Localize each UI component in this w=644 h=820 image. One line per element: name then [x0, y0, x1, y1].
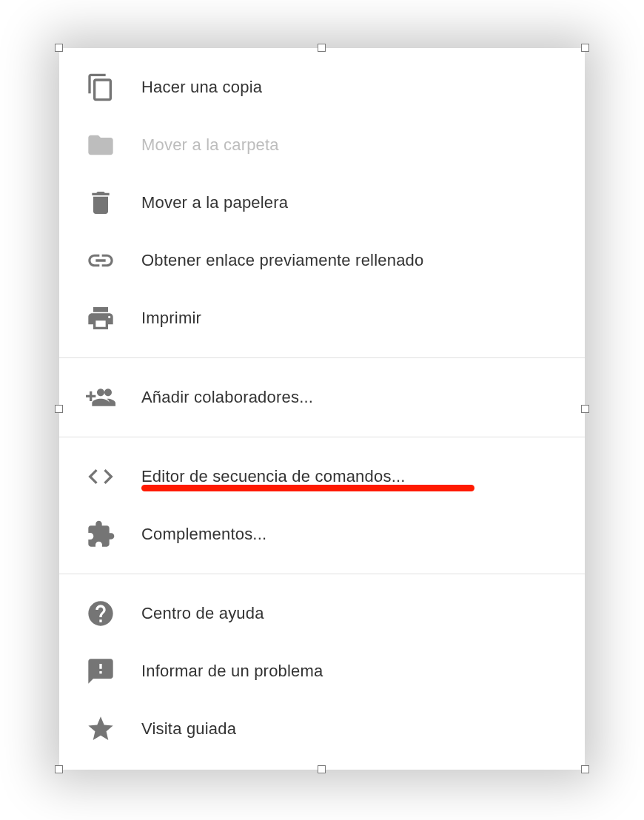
highlight-underline — [141, 485, 474, 491]
menu-label: Visita guiada — [141, 721, 236, 737]
menu-item-move-to-trash[interactable]: Mover a la papelera — [59, 174, 585, 232]
puzzle-icon — [86, 520, 115, 549]
copy-icon — [86, 73, 115, 102]
menu-label: Obtener enlace previamente rellenado — [141, 252, 423, 269]
selection-handle[interactable] — [55, 765, 63, 773]
star-icon — [86, 714, 115, 744]
menu-item-report-problem[interactable]: Informar de un problema — [59, 642, 585, 700]
menu-group-help: Centro de ayuda Informar de un problema … — [59, 574, 585, 768]
menu-item-prefilled-link[interactable]: Obtener enlace previamente rellenado — [59, 232, 585, 289]
code-icon — [86, 462, 115, 491]
selection-handle[interactable] — [581, 765, 589, 773]
stage: Hacer una copia Mover a la carpeta Mover… — [0, 0, 644, 820]
selection-handle[interactable] — [581, 44, 589, 52]
menu-item-move-to-folder: Mover a la carpeta — [59, 116, 585, 174]
menu-label: Informar de un problema — [141, 663, 323, 679]
menu-label: Mover a la carpeta — [141, 137, 279, 153]
menu-label: Mover a la papelera — [141, 195, 288, 211]
menu-group-share: Añadir colaboradores... — [59, 357, 585, 437]
menu-group-file: Hacer una copia Mover a la carpeta Mover… — [59, 48, 585, 357]
menu-label: Centro de ayuda — [141, 605, 264, 622]
folder-icon — [86, 130, 115, 160]
menu-item-addons[interactable]: Complementos... — [59, 505, 585, 563]
menu-label: Editor de secuencia de comandos... — [141, 468, 406, 485]
help-icon — [86, 599, 115, 628]
menu-label: Complementos... — [141, 526, 266, 542]
menu-item-print[interactable]: Imprimir — [59, 289, 585, 347]
selection-handle[interactable] — [318, 44, 326, 52]
menu-item-script-editor[interactable]: Editor de secuencia de comandos... — [59, 448, 585, 505]
link-icon — [86, 246, 115, 275]
add-collaborators-icon — [86, 383, 115, 412]
menu-item-make-copy[interactable]: Hacer una copia — [59, 58, 585, 116]
selection-handle[interactable] — [55, 44, 63, 52]
selection-handle[interactable] — [55, 405, 63, 413]
menu-label: Imprimir — [141, 310, 201, 326]
dropdown-menu-panel: Hacer una copia Mover a la carpeta Mover… — [59, 48, 585, 770]
menu-item-add-collaborators[interactable]: Añadir colaboradores... — [59, 369, 585, 426]
menu-label: Hacer una copia — [141, 79, 262, 95]
selection-handle[interactable] — [581, 405, 589, 413]
menu-item-help-center[interactable]: Centro de ayuda — [59, 585, 585, 642]
feedback-icon — [86, 656, 115, 686]
trash-icon — [86, 188, 115, 218]
print-icon — [86, 303, 115, 333]
menu-item-guided-tour[interactable]: Visita guiada — [59, 700, 585, 758]
selection-handle[interactable] — [318, 765, 326, 773]
menu-group-tools: Editor de secuencia de comandos... Compl… — [59, 437, 585, 574]
menu-label: Añadir colaboradores... — [141, 389, 313, 406]
